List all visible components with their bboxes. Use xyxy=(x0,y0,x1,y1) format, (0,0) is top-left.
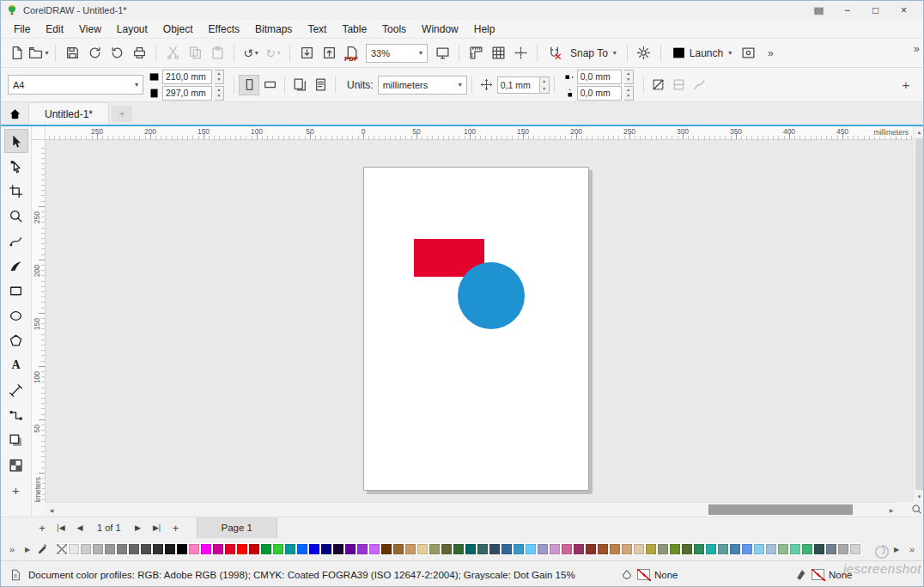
color-swatch[interactable] xyxy=(164,543,176,555)
ellipse-tool[interactable] xyxy=(4,303,28,327)
redo-button[interactable]: ↻ ▾ xyxy=(263,43,283,64)
menu-file[interactable]: File xyxy=(6,21,38,38)
color-swatch[interactable] xyxy=(537,543,549,555)
color-swatch[interactable] xyxy=(465,543,477,555)
color-swatch[interactable] xyxy=(441,543,453,555)
units-dropdown[interactable]: millimeters ▾ xyxy=(378,76,467,95)
duplicate-y-stepper[interactable]: ▴▾ xyxy=(624,86,634,101)
options-button[interactable] xyxy=(634,43,654,64)
color-swatch[interactable] xyxy=(356,543,368,555)
color-swatch[interactable] xyxy=(224,543,236,555)
text-tool[interactable]: A xyxy=(4,353,28,377)
zoom-tool[interactable] xyxy=(4,204,28,228)
color-swatch[interactable] xyxy=(753,543,765,555)
menu-view[interactable]: View xyxy=(71,21,109,38)
color-swatch[interactable] xyxy=(549,543,561,555)
menu-object[interactable]: Object xyxy=(155,21,201,38)
page-height-input[interactable]: 297,0 mm xyxy=(162,86,212,101)
color-swatch[interactable] xyxy=(621,543,633,555)
color-swatch[interactable] xyxy=(152,543,164,555)
color-swatch[interactable] xyxy=(212,543,224,555)
menu-bitmaps[interactable]: Bitmaps xyxy=(247,21,300,38)
outline-settings-button[interactable] xyxy=(690,75,710,95)
snap-off-button[interactable] xyxy=(544,43,564,64)
duplicate-y-input[interactable]: 0,0 mm xyxy=(577,86,622,101)
color-swatch[interactable] xyxy=(176,543,188,555)
page-width-input[interactable]: 210,0 mm xyxy=(162,70,212,84)
landscape-button[interactable] xyxy=(259,75,280,95)
zoom-corner-button[interactable] xyxy=(897,502,924,517)
menu-layout[interactable]: Layout xyxy=(109,21,155,38)
ruler-origin-button[interactable] xyxy=(32,126,46,140)
edit-fill-button[interactable] xyxy=(669,75,690,95)
screenshot-app-icon[interactable] xyxy=(813,5,824,16)
color-swatch[interactable] xyxy=(489,543,501,555)
portrait-button[interactable] xyxy=(239,75,259,95)
add-page-button[interactable]: + xyxy=(33,519,51,536)
open-button[interactable]: ▾ xyxy=(28,43,49,64)
eyedropper-icon[interactable] xyxy=(35,541,51,557)
color-swatch[interactable] xyxy=(717,543,729,555)
menu-help[interactable]: Help xyxy=(466,21,503,38)
import-button[interactable] xyxy=(296,43,317,64)
horizontal-scroll-thumb[interactable] xyxy=(708,504,853,515)
polygon-tool[interactable] xyxy=(4,328,28,352)
color-swatch[interactable] xyxy=(705,543,717,555)
color-swatch[interactable] xyxy=(380,543,392,555)
parallel-dimension-tool[interactable] xyxy=(4,378,28,402)
page-height-stepper[interactable]: ▴▾ xyxy=(215,86,224,101)
cut-button[interactable] xyxy=(162,43,183,64)
nudge-distance-input[interactable]: 0,1 mm xyxy=(497,76,540,94)
color-swatch[interactable] xyxy=(200,543,212,555)
refresh-button[interactable] xyxy=(106,43,127,64)
toolbar-overflow-button[interactable]: » xyxy=(760,43,781,64)
property-bar-add-button[interactable]: + xyxy=(896,75,916,95)
color-swatch[interactable] xyxy=(693,543,705,555)
color-swatch[interactable] xyxy=(657,543,669,555)
last-page-button[interactable]: ▶| xyxy=(149,519,166,536)
undo-button[interactable]: ↺ ▾ xyxy=(240,43,261,64)
horizontal-ruler[interactable]: 2502001501005005010015020025030035040045… xyxy=(46,126,913,140)
color-swatch[interactable] xyxy=(128,543,140,555)
all-pages-button[interactable] xyxy=(289,75,310,95)
palette-options-arrow[interactable]: ▶ xyxy=(20,541,35,557)
palette-expand-button[interactable]: » xyxy=(904,541,920,557)
duplicate-x-stepper[interactable]: ▴▾ xyxy=(624,70,634,84)
drawing-canvas[interactable] xyxy=(46,140,913,502)
color-swatch[interactable] xyxy=(248,543,260,555)
color-swatch[interactable] xyxy=(453,543,465,555)
color-swatch[interactable] xyxy=(825,543,837,555)
pick-tool[interactable] xyxy=(4,129,28,153)
save-button[interactable] xyxy=(62,43,82,64)
color-swatch[interactable] xyxy=(332,543,344,555)
color-swatch[interactable] xyxy=(801,543,813,555)
color-swatch[interactable] xyxy=(68,543,80,555)
vertical-scrollbar[interactable]: ▲ ▼ xyxy=(913,126,924,502)
toolbar-customize-button[interactable]: » xyxy=(914,42,920,55)
show-guidelines-button[interactable] xyxy=(510,43,531,64)
color-swatch[interactable] xyxy=(344,543,356,555)
outline-indicator[interactable]: None xyxy=(795,569,853,581)
color-swatch[interactable] xyxy=(308,543,320,555)
minimize-button[interactable]: − xyxy=(833,2,861,20)
color-swatch[interactable] xyxy=(645,543,657,555)
color-swatch[interactable] xyxy=(681,543,693,555)
welcome-screen-button[interactable] xyxy=(738,43,758,64)
fullscreen-preview-button[interactable] xyxy=(432,43,453,64)
menu-window[interactable]: Window xyxy=(414,21,466,38)
no-color-swatch[interactable] xyxy=(56,543,68,555)
fill-indicator[interactable]: None xyxy=(621,569,678,581)
print-button[interactable] xyxy=(129,43,149,64)
color-swatch[interactable] xyxy=(477,543,489,555)
show-rulers-button[interactable] xyxy=(465,43,486,64)
scroll-left-icon[interactable]: ◀ xyxy=(46,504,58,516)
page-size-dropdown[interactable]: A4 ▾ xyxy=(8,75,143,95)
color-swatch[interactable] xyxy=(573,543,585,555)
color-swatch[interactable] xyxy=(597,543,609,555)
sync-button[interactable] xyxy=(84,43,105,64)
color-swatch[interactable] xyxy=(188,543,200,555)
color-swatch[interactable] xyxy=(320,543,332,555)
shape-tool[interactable] xyxy=(4,154,28,178)
copy-button[interactable] xyxy=(185,43,205,64)
horizontal-scrollbar[interactable]: ◀ ▶ xyxy=(46,502,897,517)
